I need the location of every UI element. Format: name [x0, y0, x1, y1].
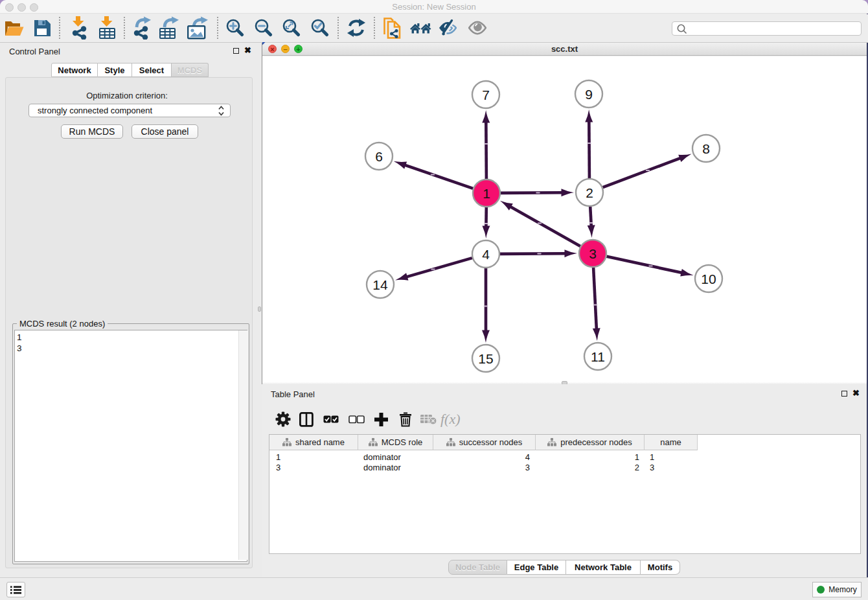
svg-text:1: 1 [483, 186, 490, 201]
svg-text:9: 9 [585, 87, 593, 102]
svg-text:10: 10 [701, 271, 716, 286]
svg-text:7: 7 [482, 87, 490, 102]
svg-text:4: 4 [482, 247, 490, 262]
svg-text:3: 3 [589, 246, 597, 261]
svg-text:14: 14 [372, 277, 388, 292]
svg-text:15: 15 [478, 351, 493, 366]
svg-text:6: 6 [375, 149, 383, 164]
svg-text:2: 2 [586, 185, 593, 200]
svg-text:8: 8 [702, 141, 710, 156]
svg-text:11: 11 [591, 349, 605, 364]
